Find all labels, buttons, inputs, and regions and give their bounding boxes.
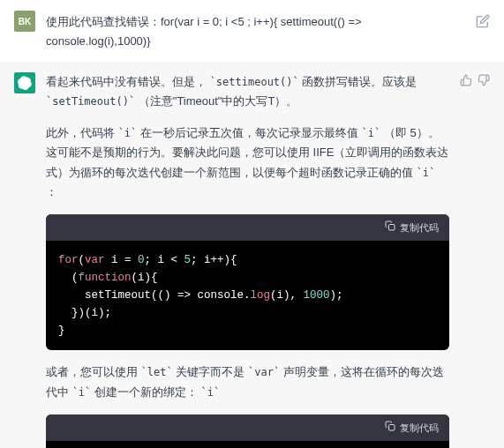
- text: 关键字而不是: [176, 365, 244, 378]
- assistant-para-1: 看起来代码中没有错误。但是， `settimeout()` 函数拼写错误。应该是…: [46, 72, 449, 111]
- code-body: for(var i = 0; i < 5; i++){ (function(i)…: [46, 241, 449, 350]
- text: 函数拼写错误。应该是: [302, 75, 417, 88]
- code-token: (i){: [132, 272, 158, 284]
- code-token: (i),: [270, 289, 304, 302]
- inline-code: `setTimeout()`: [46, 95, 135, 108]
- code-token: log: [251, 289, 271, 302]
- copy-code-button[interactable]: 复制代码: [400, 220, 439, 236]
- thumbs-down-icon[interactable]: [478, 74, 490, 448]
- text: （注意"Timeout"中的大写T）。: [139, 94, 298, 108]
- code-token: 0: [138, 254, 145, 266]
- code-token: function: [79, 272, 132, 284]
- assistant-message: 看起来代码中没有错误。但是， `settimeout()` 函数拼写错误。应该是…: [0, 62, 504, 448]
- code-token: })(i);: [58, 307, 111, 319]
- inline-code: `i`: [201, 386, 221, 399]
- text: 在一秒后记录五次值，每次记录显示最终值: [140, 126, 358, 139]
- inline-code: `let`: [141, 366, 173, 378]
- thumbs-up-icon[interactable]: [460, 74, 472, 448]
- copy-icon[interactable]: [385, 220, 395, 236]
- assistant-avatar: [14, 72, 35, 93]
- user-avatar: BK: [14, 11, 35, 32]
- code-token: i =: [105, 254, 139, 266]
- edit-icon[interactable]: [476, 14, 490, 28]
- code-token: (: [79, 254, 86, 266]
- code-token: }: [58, 325, 65, 337]
- inline-code: `i`: [417, 167, 436, 179]
- code-block-2: 复制代码 for(let i = 0; i < 5; i++){ setTime…: [46, 414, 449, 448]
- code-token: 1000: [304, 289, 330, 302]
- assistant-content: 看起来代码中没有错误。但是， `settimeout()` 函数拼写错误。应该是…: [46, 72, 449, 448]
- code-token: ; i++){: [191, 254, 237, 266]
- code-header: 复制代码: [46, 414, 449, 442]
- code-block-1: 复制代码 for(var i = 0; i < 5; i++){ (functi…: [46, 214, 449, 351]
- text: ：: [46, 185, 57, 198]
- code-token: ; i <: [145, 254, 184, 266]
- code-token: setTimeout(() => console.: [58, 289, 251, 302]
- code-token: 5: [184, 254, 192, 266]
- text: 此外，代码将: [46, 126, 115, 139]
- text: 或者，您可以使用: [46, 365, 138, 378]
- feedback-buttons: [460, 74, 490, 448]
- code-token: );: [330, 289, 343, 302]
- inline-code: `i`: [362, 127, 381, 139]
- svg-rect-0: [389, 224, 395, 230]
- assistant-para-3: 或者，您可以使用 `let` 关键字而不是 `var` 声明变量，这将在循环的每…: [46, 362, 449, 401]
- user-message: BK 使用此代码查找错误：for(var i = 0; i <5 ; i++){…: [0, 0, 504, 62]
- inline-code: `var`: [248, 366, 280, 378]
- user-content: 使用此代码查找错误：for(var i = 0; i <5 ; i++){ se…: [46, 11, 465, 51]
- inline-code: `i`: [118, 127, 138, 139]
- text: 看起来代码中没有错误。但是，: [46, 75, 207, 88]
- assistant-para-2: 此外，代码将 `i` 在一秒后记录五次值，每次记录显示最终值 `i` （即 5）…: [46, 123, 449, 201]
- inline-code: `i`: [72, 386, 92, 399]
- code-body: for(let i = 0; i < 5; i++){ setTimeout((…: [46, 441, 449, 448]
- code-header: 复制代码: [46, 214, 449, 242]
- code-token: var: [85, 254, 105, 266]
- inline-code: `settimeout()`: [210, 76, 299, 88]
- svg-rect-1: [389, 424, 395, 430]
- user-text: 使用此代码查找错误：for(var i = 0; i <5 ; i++){ se…: [46, 11, 465, 51]
- code-token: (: [58, 272, 79, 284]
- code-token: for: [58, 254, 79, 266]
- text: 创建一个新的绑定：: [94, 385, 198, 399]
- copy-icon[interactable]: [385, 420, 395, 437]
- user-avatar-initials: BK: [19, 17, 31, 26]
- copy-code-button[interactable]: 复制代码: [400, 420, 439, 437]
